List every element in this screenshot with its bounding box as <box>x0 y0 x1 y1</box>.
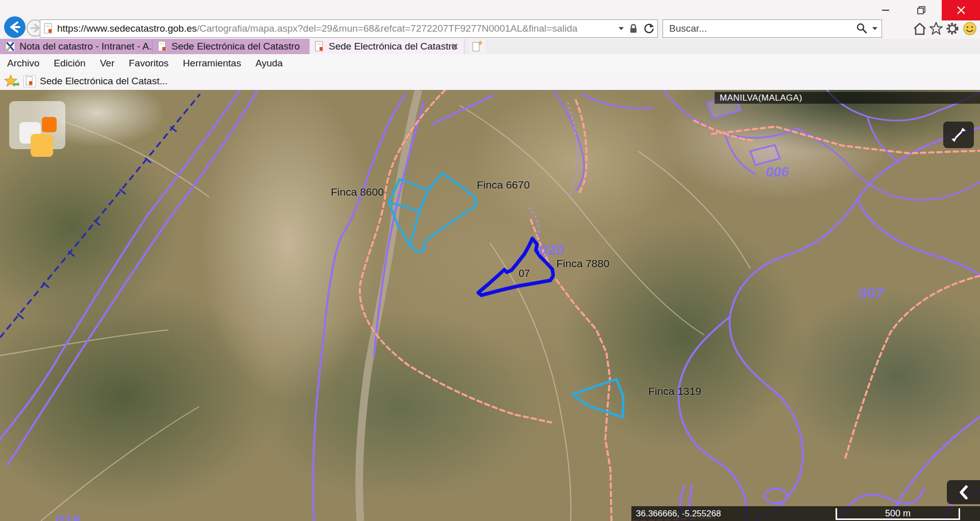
search-box[interactable] <box>663 19 882 38</box>
scale-label: 500 m <box>885 508 911 518</box>
restore-button[interactable] <box>903 0 939 20</box>
layer-square-yellow <box>31 134 53 157</box>
minimize-button[interactable] <box>868 0 903 20</box>
close-button[interactable] <box>942 0 980 20</box>
catastro-favicon <box>315 41 324 52</box>
map-viewport[interactable]: MANILVA(MALAGA) Finca 8600 Finca 6670 Fi… <box>0 90 980 521</box>
settings-gear-icon[interactable] <box>945 21 960 36</box>
menu-archivo[interactable]: Archivo <box>0 58 46 69</box>
tab-sede-catastro-active[interactable]: Sede Electrónica del Catastro <box>309 39 464 54</box>
catastro-favicon <box>158 41 167 52</box>
autocomplete-dropdown-icon[interactable] <box>619 27 624 30</box>
mouse-coordinates: 36.366666, -5.255268 <box>636 509 721 519</box>
tab-label: Sede Electrónica del Catastro <box>172 41 300 52</box>
menu-favoritos[interactable]: Favoritos <box>121 58 176 69</box>
favorites-star-icon[interactable] <box>929 21 943 36</box>
search-input[interactable] <box>668 22 839 35</box>
cadastral-boundary-lines <box>0 90 980 521</box>
urban-street-lines <box>554 90 980 200</box>
refresh-icon[interactable] <box>643 23 654 34</box>
parcel-label-finca-6670: Finca 6670 <box>477 179 530 191</box>
basemap-layer-widget[interactable] <box>9 101 65 149</box>
fullscreen-expand-button[interactable] <box>943 122 974 148</box>
restore-icon <box>917 6 926 15</box>
tab-label: Nota del catastro - Intranet - A... <box>19 41 152 52</box>
municipality-label: MANILVA(MALAGA) <box>720 93 802 103</box>
menu-herramientas[interactable]: Herramientas <box>176 58 248 69</box>
tab-sede-catastro-1[interactable]: Sede Electrónica del Catastro <box>153 39 309 54</box>
menu-edicion[interactable]: Edición <box>46 58 92 69</box>
favorite-page-button[interactable] <box>23 75 36 87</box>
url-host: https://www.sedecatastro.gob.es <box>57 23 197 34</box>
favorites-bar: Sede Electrónica del Catast... <box>0 72 980 90</box>
new-tab-icon <box>472 40 483 53</box>
close-icon <box>956 5 966 15</box>
navigation-row: https://www.sedecatastro.gob.es/Cartogra… <box>0 0 980 39</box>
feedback-smiley-icon[interactable] <box>963 21 977 36</box>
parcel-label-finca-8600: Finca 8600 <box>331 186 384 198</box>
parcel-outline-finca-6670[interactable] <box>410 173 476 252</box>
menu-ayuda[interactable]: Ayuda <box>248 58 290 69</box>
menu-bar: Archivo Edición Ver Favoritos Herramient… <box>0 54 980 72</box>
tab-nota-del-catastro[interactable]: Nota del catastro - Intranet - A... <box>0 39 153 54</box>
search-box-icons <box>856 20 877 37</box>
chevron-left-icon <box>957 484 970 501</box>
parcel-outline-finca-1319[interactable] <box>573 379 623 417</box>
tab-close-icon[interactable] <box>451 42 459 51</box>
favorites-bar-star-icon[interactable] <box>4 75 19 88</box>
search-icon[interactable] <box>856 22 868 35</box>
minimize-icon <box>882 10 889 11</box>
polygon-number-020: 020 <box>538 241 564 258</box>
browser-chrome: https://www.sedecatastro.gob.es/Cartogra… <box>0 0 980 90</box>
back-button[interactable] <box>4 16 26 38</box>
parcel-outlines-cyan[interactable] <box>389 173 623 417</box>
cadastral-overlay <box>0 90 980 521</box>
menu-ver[interactable]: Ver <box>93 58 122 69</box>
map-status-bar: 36.366666, -5.255268 500 m <box>631 506 980 521</box>
address-bar[interactable]: https://www.sedecatastro.gob.es/Cartogra… <box>40 19 658 38</box>
layer-square-orange <box>42 117 57 132</box>
new-tab-button[interactable] <box>469 39 486 54</box>
municipality-banner: MANILVA(MALAGA) <box>715 92 980 104</box>
search-dropdown-icon[interactable] <box>872 27 877 30</box>
sector-number-07: 07 <box>519 268 530 279</box>
page-icon <box>44 23 53 34</box>
scale-bar: 500 m <box>836 508 960 520</box>
parcel-label-finca-1319: Finca 1319 <box>648 385 701 397</box>
polygon-number-018: 018 <box>55 512 81 521</box>
home-icon[interactable] <box>913 21 927 36</box>
intranet-favicon <box>5 41 15 52</box>
sidebar-collapse-button[interactable] <box>947 480 980 504</box>
pink-dashed-boundaries <box>360 90 980 521</box>
expand-arrows-icon <box>950 126 967 144</box>
polygon-number-007: 007 <box>859 285 884 302</box>
url-path: /Cartografia/mapa.aspx?del=29&mun=68&ref… <box>197 23 578 34</box>
back-arrow-icon <box>4 16 26 38</box>
address-bar-icons <box>619 20 654 37</box>
catastro-favicon <box>26 76 34 86</box>
polygon-number-006: 006 <box>766 164 789 180</box>
lock-icon <box>629 23 638 34</box>
tab-bar: Nota del catastro - Intranet - A... Sede… <box>0 39 980 54</box>
favorites-bar-link[interactable]: Sede Electrónica del Catast... <box>40 76 167 87</box>
tab-label: Sede Electrónica del Catastro <box>329 41 457 52</box>
parcel-label-finca-7880: Finca 7880 <box>556 257 609 270</box>
